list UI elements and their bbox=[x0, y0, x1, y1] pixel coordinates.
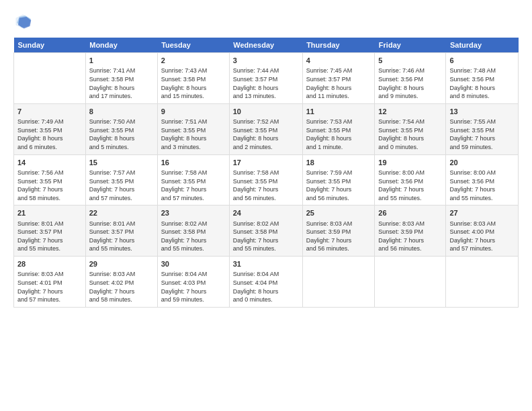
calendar-cell: 24Sunrise: 8:02 AM Sunset: 3:58 PM Dayli… bbox=[229, 205, 302, 257]
header bbox=[13, 12, 519, 31]
calendar-cell: 14Sunrise: 7:56 AM Sunset: 3:55 PM Dayli… bbox=[14, 154, 86, 205]
calendar-cell: 15Sunrise: 7:57 AM Sunset: 3:55 PM Dayli… bbox=[85, 154, 157, 205]
calendar-cell: 17Sunrise: 7:58 AM Sunset: 3:55 PM Dayli… bbox=[229, 154, 302, 205]
calendar-cell bbox=[375, 257, 446, 308]
calendar-cell: 7Sunrise: 7:49 AM Sunset: 3:55 PM Daylig… bbox=[14, 103, 86, 154]
calendar-cell: 22Sunrise: 8:01 AM Sunset: 3:57 PM Dayli… bbox=[85, 205, 157, 257]
day-info: Sunrise: 7:54 AM Sunset: 3:55 PM Dayligh… bbox=[378, 118, 442, 151]
calendar-table: SundayMondayTuesdayWednesdayThursdayFrid… bbox=[13, 38, 519, 308]
day-number: 31 bbox=[233, 259, 299, 269]
calendar-row: 14Sunrise: 7:56 AM Sunset: 3:55 PM Dayli… bbox=[14, 154, 519, 205]
day-info: Sunrise: 7:52 AM Sunset: 3:55 PM Dayligh… bbox=[233, 118, 299, 151]
col-header-tuesday: Tuesday bbox=[157, 38, 229, 53]
day-number: 9 bbox=[161, 107, 226, 117]
day-number: 14 bbox=[17, 158, 82, 168]
day-info: Sunrise: 8:03 AM Sunset: 4:02 PM Dayligh… bbox=[89, 270, 154, 304]
calendar-cell: 9Sunrise: 7:51 AM Sunset: 3:55 PM Daylig… bbox=[157, 103, 229, 154]
calendar-cell: 30Sunrise: 8:04 AM Sunset: 4:03 PM Dayli… bbox=[157, 257, 229, 308]
calendar-cell: 23Sunrise: 8:02 AM Sunset: 3:58 PM Dayli… bbox=[157, 205, 229, 257]
calendar-cell bbox=[446, 257, 519, 308]
page: SundayMondayTuesdayWednesdayThursdayFrid… bbox=[0, 0, 532, 411]
day-info: Sunrise: 7:49 AM Sunset: 3:55 PM Dayligh… bbox=[17, 118, 82, 151]
calendar-cell: 4Sunrise: 7:45 AM Sunset: 3:57 PM Daylig… bbox=[302, 53, 375, 104]
calendar-cell: 1Sunrise: 7:41 AM Sunset: 3:58 PM Daylig… bbox=[85, 53, 157, 104]
calendar-cell: 19Sunrise: 8:00 AM Sunset: 3:56 PM Dayli… bbox=[375, 154, 446, 205]
calendar-cell: 13Sunrise: 7:55 AM Sunset: 3:55 PM Dayli… bbox=[446, 103, 519, 154]
day-info: Sunrise: 7:48 AM Sunset: 3:56 PM Dayligh… bbox=[449, 66, 515, 100]
day-info: Sunrise: 7:44 AM Sunset: 3:57 PM Dayligh… bbox=[233, 66, 299, 100]
col-header-friday: Friday bbox=[375, 38, 446, 53]
day-number: 23 bbox=[161, 208, 226, 218]
day-info: Sunrise: 7:43 AM Sunset: 3:58 PM Dayligh… bbox=[161, 66, 226, 100]
day-info: Sunrise: 7:51 AM Sunset: 3:55 PM Dayligh… bbox=[161, 118, 226, 151]
calendar-cell: 3Sunrise: 7:44 AM Sunset: 3:57 PM Daylig… bbox=[229, 53, 302, 104]
day-info: Sunrise: 7:50 AM Sunset: 3:55 PM Dayligh… bbox=[89, 118, 154, 151]
day-info: Sunrise: 8:04 AM Sunset: 4:03 PM Dayligh… bbox=[161, 270, 226, 304]
day-number: 30 bbox=[161, 259, 226, 269]
day-info: Sunrise: 7:41 AM Sunset: 3:58 PM Dayligh… bbox=[89, 66, 154, 100]
day-info: Sunrise: 7:58 AM Sunset: 3:55 PM Dayligh… bbox=[161, 169, 226, 202]
calendar-cell: 10Sunrise: 7:52 AM Sunset: 3:55 PM Dayli… bbox=[229, 103, 302, 154]
calendar-cell bbox=[302, 257, 375, 308]
day-number: 18 bbox=[306, 158, 371, 168]
day-number: 13 bbox=[449, 107, 515, 117]
calendar-cell: 25Sunrise: 8:03 AM Sunset: 3:59 PM Dayli… bbox=[302, 205, 375, 257]
col-header-saturday: Saturday bbox=[446, 38, 519, 53]
day-number: 2 bbox=[161, 56, 226, 66]
calendar-cell: 26Sunrise: 8:03 AM Sunset: 3:59 PM Dayli… bbox=[375, 205, 446, 257]
calendar-cell: 28Sunrise: 8:03 AM Sunset: 4:01 PM Dayli… bbox=[14, 257, 86, 308]
col-header-sunday: Sunday bbox=[14, 38, 86, 53]
day-number: 12 bbox=[378, 107, 442, 117]
day-number: 15 bbox=[89, 158, 154, 168]
calendar-cell: 31Sunrise: 8:04 AM Sunset: 4:04 PM Dayli… bbox=[229, 257, 302, 308]
col-header-wednesday: Wednesday bbox=[229, 38, 302, 53]
calendar-cell: 5Sunrise: 7:46 AM Sunset: 3:56 PM Daylig… bbox=[375, 53, 446, 104]
day-number: 7 bbox=[17, 107, 82, 117]
day-info: Sunrise: 8:02 AM Sunset: 3:58 PM Dayligh… bbox=[233, 220, 299, 253]
day-number: 27 bbox=[449, 208, 515, 218]
day-number: 29 bbox=[89, 259, 154, 269]
day-info: Sunrise: 7:53 AM Sunset: 3:55 PM Dayligh… bbox=[306, 118, 371, 151]
col-header-monday: Monday bbox=[85, 38, 157, 53]
calendar-cell: 20Sunrise: 8:00 AM Sunset: 3:56 PM Dayli… bbox=[446, 154, 519, 205]
logo bbox=[13, 12, 35, 31]
day-number: 17 bbox=[233, 158, 299, 168]
calendar-cell bbox=[14, 53, 86, 104]
col-header-thursday: Thursday bbox=[302, 38, 375, 53]
day-info: Sunrise: 8:00 AM Sunset: 3:56 PM Dayligh… bbox=[449, 169, 515, 202]
day-number: 3 bbox=[233, 56, 299, 66]
day-info: Sunrise: 8:00 AM Sunset: 3:56 PM Dayligh… bbox=[378, 169, 442, 202]
day-number: 21 bbox=[17, 208, 82, 218]
day-info: Sunrise: 8:03 AM Sunset: 4:00 PM Dayligh… bbox=[449, 220, 515, 253]
calendar-row: 21Sunrise: 8:01 AM Sunset: 3:57 PM Dayli… bbox=[14, 205, 519, 257]
header-row: SundayMondayTuesdayWednesdayThursdayFrid… bbox=[14, 38, 519, 53]
day-info: Sunrise: 7:55 AM Sunset: 3:55 PM Dayligh… bbox=[449, 118, 515, 151]
day-info: Sunrise: 7:56 AM Sunset: 3:55 PM Dayligh… bbox=[17, 169, 82, 202]
day-number: 16 bbox=[161, 158, 226, 168]
calendar-cell: 29Sunrise: 8:03 AM Sunset: 4:02 PM Dayli… bbox=[85, 257, 157, 308]
calendar-row: 7Sunrise: 7:49 AM Sunset: 3:55 PM Daylig… bbox=[14, 103, 519, 154]
day-number: 22 bbox=[89, 208, 154, 218]
calendar-cell: 27Sunrise: 8:03 AM Sunset: 4:00 PM Dayli… bbox=[446, 205, 519, 257]
calendar-cell: 6Sunrise: 7:48 AM Sunset: 3:56 PM Daylig… bbox=[446, 53, 519, 104]
calendar-row: 28Sunrise: 8:03 AM Sunset: 4:01 PM Dayli… bbox=[14, 257, 519, 308]
day-info: Sunrise: 8:03 AM Sunset: 4:01 PM Dayligh… bbox=[17, 270, 82, 304]
day-number: 26 bbox=[378, 208, 442, 218]
day-number: 20 bbox=[449, 158, 515, 168]
day-info: Sunrise: 7:46 AM Sunset: 3:56 PM Dayligh… bbox=[378, 66, 442, 100]
day-number: 1 bbox=[89, 56, 154, 66]
day-info: Sunrise: 7:59 AM Sunset: 3:55 PM Dayligh… bbox=[306, 169, 371, 202]
calendar-cell: 2Sunrise: 7:43 AM Sunset: 3:58 PM Daylig… bbox=[157, 53, 229, 104]
day-info: Sunrise: 8:01 AM Sunset: 3:57 PM Dayligh… bbox=[89, 220, 154, 253]
day-info: Sunrise: 8:03 AM Sunset: 3:59 PM Dayligh… bbox=[306, 220, 371, 253]
day-number: 11 bbox=[306, 107, 371, 117]
calendar-cell: 12Sunrise: 7:54 AM Sunset: 3:55 PM Dayli… bbox=[375, 103, 446, 154]
day-number: 10 bbox=[233, 107, 299, 117]
day-info: Sunrise: 8:04 AM Sunset: 4:04 PM Dayligh… bbox=[233, 270, 299, 304]
day-info: Sunrise: 8:03 AM Sunset: 3:59 PM Dayligh… bbox=[378, 220, 442, 253]
day-number: 5 bbox=[378, 56, 442, 66]
calendar-cell: 8Sunrise: 7:50 AM Sunset: 3:55 PM Daylig… bbox=[85, 103, 157, 154]
day-info: Sunrise: 8:01 AM Sunset: 3:57 PM Dayligh… bbox=[17, 220, 82, 253]
calendar-cell: 11Sunrise: 7:53 AM Sunset: 3:55 PM Dayli… bbox=[302, 103, 375, 154]
day-number: 24 bbox=[233, 208, 299, 218]
